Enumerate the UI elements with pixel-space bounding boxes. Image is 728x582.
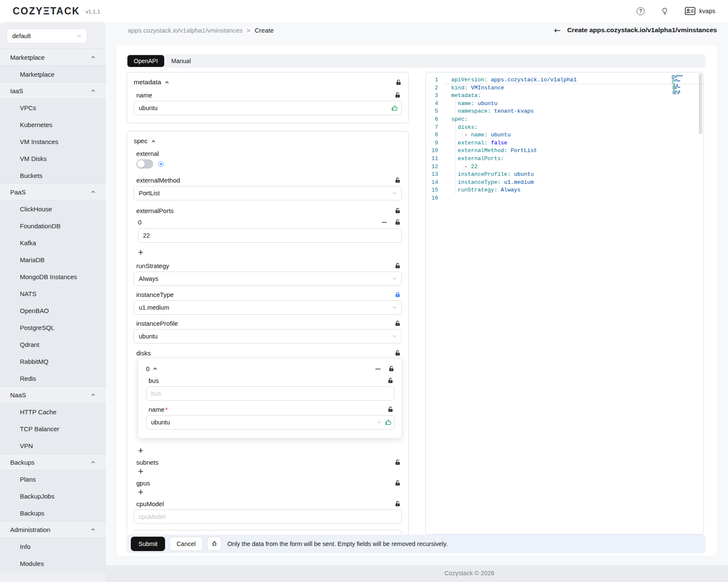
code-text[interactable] bbox=[445, 194, 703, 202]
field-label-external: external bbox=[136, 150, 159, 157]
sidebar-item-postgresql[interactable]: PostgreSQL bbox=[0, 319, 106, 336]
code-text[interactable]: name: ubuntu bbox=[445, 100, 703, 108]
sidebar-item-vpn[interactable]: VPN bbox=[0, 437, 106, 454]
code-text[interactable]: external: false bbox=[445, 139, 703, 147]
unlock-icon[interactable] bbox=[394, 177, 401, 183]
tenant-select[interactable]: default bbox=[7, 29, 87, 43]
sidebar-item-openbao[interactable]: OpenBAO bbox=[0, 302, 106, 319]
sidebar-item-tcp-balancer[interactable]: TCP Balancer bbox=[0, 420, 106, 437]
back-arrow-icon[interactable]: ← bbox=[554, 25, 561, 35]
code-text[interactable]: metadata: bbox=[445, 92, 703, 100]
unlock-icon[interactable] bbox=[394, 350, 401, 356]
sidebar-section-administration[interactable]: Administration bbox=[0, 521, 106, 538]
externalports-item-input[interactable] bbox=[138, 228, 402, 243]
sidebar-section-naas[interactable]: NaaS bbox=[0, 386, 106, 403]
instancetype-select[interactable] bbox=[134, 300, 402, 315]
unlock-icon[interactable] bbox=[394, 208, 401, 214]
metadata-name-input[interactable] bbox=[134, 101, 402, 115]
sidebar-item-info[interactable]: Info bbox=[0, 538, 106, 555]
sidebar-item-vm-disks[interactable]: VM Disks bbox=[0, 150, 106, 167]
add-item-icon[interactable]: + bbox=[138, 467, 148, 476]
sidebar-item-backupjobs[interactable]: BackupJobs bbox=[0, 488, 106, 504]
sidebar-item-modules[interactable]: Modules bbox=[0, 555, 106, 572]
add-item-icon[interactable]: + bbox=[138, 446, 148, 455]
sidebar-item-mariadb[interactable]: MariaDB bbox=[0, 251, 106, 268]
code-text[interactable]: externalMethod: PortList bbox=[445, 147, 703, 155]
sidebar-section-paas[interactable]: PaaS bbox=[0, 183, 106, 200]
unlock-icon[interactable] bbox=[394, 92, 401, 98]
bus-input[interactable] bbox=[146, 386, 394, 401]
sidebar-item-vm-instances[interactable]: VM Instances bbox=[0, 133, 106, 150]
debug-button[interactable] bbox=[207, 537, 221, 551]
code-text[interactable]: disks: bbox=[445, 124, 703, 132]
sidebar-item-marketplace[interactable]: Marketplace bbox=[0, 66, 106, 83]
unlock-icon[interactable] bbox=[394, 320, 401, 327]
remove-item-icon[interactable]: − bbox=[381, 218, 388, 226]
tab-openapi[interactable]: OpenAPI bbox=[127, 55, 164, 67]
spec-collapse[interactable]: spec bbox=[134, 137, 156, 145]
code-text[interactable]: - 22 bbox=[445, 163, 703, 171]
unlock-icon[interactable] bbox=[394, 219, 401, 225]
sidebar-item-clickhouse[interactable]: ClickHouse bbox=[0, 200, 106, 217]
add-item-icon[interactable]: + bbox=[138, 248, 148, 257]
cpumodel-input[interactable] bbox=[134, 510, 402, 524]
editor-scrollbar[interactable] bbox=[699, 74, 702, 134]
editor-minimap[interactable] bbox=[672, 75, 696, 96]
cancel-button[interactable]: Cancel bbox=[169, 537, 203, 551]
sidebar-item-qdrant[interactable]: Qdrant bbox=[0, 336, 106, 353]
sidebar-item-mongodb-instances[interactable]: MongoDB Instances bbox=[0, 268, 106, 285]
locked-blue-icon[interactable] bbox=[394, 291, 401, 298]
code-text[interactable]: instanceProfile: ubuntu bbox=[445, 171, 703, 179]
code-text[interactable]: spec: bbox=[445, 116, 703, 124]
code-text[interactable]: - name: ubuntu bbox=[445, 131, 703, 139]
help-icon[interactable]: ? bbox=[637, 7, 645, 15]
sidebar-item-kafka[interactable]: Kafka bbox=[0, 234, 106, 251]
null-radio-icon[interactable] bbox=[158, 161, 164, 167]
unlock-icon[interactable] bbox=[387, 406, 394, 413]
instanceprofile-select[interactable] bbox=[134, 329, 402, 344]
sidebar-item-http-cache[interactable]: HTTP Cache bbox=[0, 403, 106, 420]
breadcrumb-path[interactable]: apps.cozystack.io/v1alpha1/vminstances bbox=[128, 27, 243, 34]
unlock-icon[interactable] bbox=[388, 366, 394, 372]
sidebar-item-buckets[interactable]: Buckets bbox=[0, 167, 106, 184]
disk-name-select[interactable] bbox=[146, 415, 394, 430]
code-text[interactable]: kind: VMInstance bbox=[445, 84, 703, 92]
add-item-icon[interactable]: + bbox=[138, 488, 148, 497]
unlock-icon[interactable] bbox=[394, 480, 401, 486]
runstrategy-select[interactable] bbox=[134, 272, 402, 286]
sidebar-item-plans[interactable]: Plans bbox=[0, 471, 106, 488]
sidebar-item-rabbitmq[interactable]: RabbitMQ bbox=[0, 353, 106, 370]
submit-button[interactable]: Submit bbox=[131, 537, 165, 551]
sidebar-section-iaas[interactable]: IaaS bbox=[0, 82, 106, 99]
user-chip[interactable]: kvaps bbox=[685, 7, 715, 15]
unlock-icon[interactable] bbox=[387, 377, 394, 384]
sidebar-item-vpcs[interactable]: VPCs bbox=[0, 99, 106, 116]
unlock-icon[interactable] bbox=[394, 459, 401, 466]
yaml-editor[interactable]: 1apiVersion: apps.cozystack.io/v1alpha12… bbox=[425, 72, 704, 535]
section-label: Backups bbox=[10, 459, 35, 466]
sidebar-item-nats[interactable]: NATS bbox=[0, 285, 106, 302]
sidebar-item-kubernetes[interactable]: Kubernetes bbox=[0, 116, 106, 133]
remove-item-icon[interactable]: − bbox=[375, 365, 381, 373]
unlock-icon[interactable] bbox=[394, 501, 401, 507]
sidebar-item-backups[interactable]: Backups bbox=[0, 504, 106, 521]
code-text[interactable]: externalPorts: bbox=[445, 155, 703, 163]
metadata-collapse[interactable]: metadata bbox=[134, 78, 169, 86]
section-label: PaaS bbox=[10, 188, 26, 196]
code-text[interactable]: instanceType: u1.medium bbox=[445, 179, 703, 187]
sidebar-item-foundationdb[interactable]: FoundationDB bbox=[0, 217, 106, 234]
tab-manual[interactable]: Manual bbox=[165, 58, 197, 64]
code-text[interactable]: apiVersion: apps.cozystack.io/v1alpha1 bbox=[445, 76, 703, 84]
sidebar-item-redis[interactable]: Redis bbox=[0, 370, 106, 387]
externalmethod-select[interactable] bbox=[134, 186, 402, 200]
disks-item-collapse[interactable]: 0 bbox=[146, 365, 157, 372]
code-text[interactable]: namespace: tenant-kvaps bbox=[445, 108, 703, 116]
unlock-icon[interactable] bbox=[395, 79, 402, 86]
theme-bulb-icon[interactable] bbox=[661, 7, 669, 15]
sidebar-section-backups[interactable]: Backups bbox=[0, 454, 106, 471]
minimap-line bbox=[672, 75, 696, 76]
code-text[interactable]: runStrategy: Always bbox=[445, 186, 703, 194]
sidebar-section-marketplace[interactable]: Marketplace bbox=[0, 49, 106, 66]
unlock-icon[interactable] bbox=[394, 263, 401, 269]
external-toggle[interactable] bbox=[136, 159, 153, 169]
